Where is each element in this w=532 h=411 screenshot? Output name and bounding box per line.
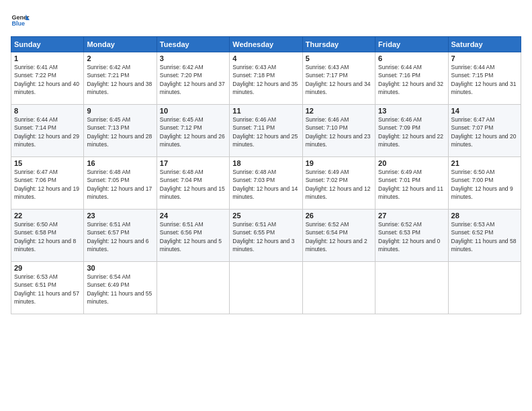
day-number: 22 bbox=[14, 212, 81, 220]
calendar-cell: 14Sunrise: 6:47 AMSunset: 7:07 PMDayligh… bbox=[448, 105, 521, 157]
calendar-cell: 20Sunrise: 6:49 AMSunset: 7:01 PMDayligh… bbox=[375, 157, 448, 210]
day-number: 15 bbox=[14, 159, 81, 167]
calendar-cell: 7Sunrise: 6:44 AMSunset: 7:15 PMDaylight… bbox=[448, 52, 521, 105]
calendar-cell: 4Sunrise: 6:43 AMSunset: 7:18 PMDaylight… bbox=[230, 52, 302, 105]
calendar-cell: 6Sunrise: 6:44 AMSunset: 7:16 PMDaylight… bbox=[375, 52, 448, 105]
day-header-saturday: Saturday bbox=[448, 37, 521, 52]
day-info: Sunrise: 6:47 AMSunset: 7:07 PMDaylight:… bbox=[451, 116, 517, 148]
day-of-week-row: SundayMondayTuesdayWednesdayThursdayFrid… bbox=[11, 37, 521, 52]
calendar-table: SundayMondayTuesdayWednesdayThursdayFrid… bbox=[11, 36, 521, 314]
calendar-body: 1Sunrise: 6:41 AMSunset: 7:22 PMDaylight… bbox=[11, 52, 521, 314]
day-info: Sunrise: 6:49 AMSunset: 7:01 PMDaylight:… bbox=[378, 169, 443, 200]
day-info: Sunrise: 6:48 AMSunset: 7:04 PMDaylight:… bbox=[160, 169, 225, 200]
calendar-cell: 23Sunrise: 6:51 AMSunset: 6:57 PMDayligh… bbox=[84, 210, 157, 262]
day-number: 23 bbox=[87, 212, 153, 220]
day-info: Sunrise: 6:46 AMSunset: 7:11 PMDaylight:… bbox=[232, 116, 298, 148]
day-number: 28 bbox=[451, 212, 518, 220]
day-info: Sunrise: 6:47 AMSunset: 7:06 PMDaylight:… bbox=[14, 169, 79, 200]
calendar-page: General Blue SundayMondayTuesdayWednesda… bbox=[0, 0, 532, 411]
calendar-cell: 2Sunrise: 6:42 AMSunset: 7:21 PMDaylight… bbox=[84, 52, 157, 105]
calendar-cell: 21Sunrise: 6:50 AMSunset: 7:00 PMDayligh… bbox=[448, 157, 521, 210]
day-number: 8 bbox=[14, 107, 81, 115]
calendar-cell: 12Sunrise: 6:46 AMSunset: 7:10 PMDayligh… bbox=[302, 105, 375, 157]
day-info: Sunrise: 6:52 AMSunset: 6:54 PMDaylight:… bbox=[306, 221, 367, 253]
calendar-week-5: 29Sunrise: 6:53 AMSunset: 6:51 PMDayligh… bbox=[11, 262, 521, 314]
day-info: Sunrise: 6:46 AMSunset: 7:09 PMDaylight:… bbox=[378, 116, 443, 148]
calendar-cell: 25Sunrise: 6:51 AMSunset: 6:55 PMDayligh… bbox=[230, 210, 302, 262]
day-number: 30 bbox=[87, 264, 153, 272]
day-number: 24 bbox=[160, 212, 226, 220]
day-number: 17 bbox=[160, 159, 226, 167]
day-number: 21 bbox=[451, 159, 518, 167]
day-info: Sunrise: 6:54 AMSunset: 6:49 PMDaylight:… bbox=[87, 273, 152, 305]
day-number: 4 bbox=[232, 54, 299, 62]
day-number: 19 bbox=[306, 159, 372, 167]
day-number: 10 bbox=[160, 107, 226, 115]
calendar-week-1: 1Sunrise: 6:41 AMSunset: 7:22 PMDaylight… bbox=[11, 52, 521, 105]
calendar-cell: 8Sunrise: 6:44 AMSunset: 7:14 PMDaylight… bbox=[11, 105, 84, 157]
day-header-monday: Monday bbox=[84, 37, 157, 52]
day-info: Sunrise: 6:45 AMSunset: 7:12 PMDaylight:… bbox=[160, 116, 225, 148]
day-number: 5 bbox=[306, 54, 372, 62]
day-info: Sunrise: 6:42 AMSunset: 7:20 PMDaylight:… bbox=[160, 64, 225, 95]
day-number: 16 bbox=[87, 159, 153, 167]
calendar-week-2: 8Sunrise: 6:44 AMSunset: 7:14 PMDaylight… bbox=[11, 105, 521, 157]
day-number: 13 bbox=[378, 107, 445, 115]
day-info: Sunrise: 6:51 AMSunset: 6:55 PMDaylight:… bbox=[232, 221, 294, 253]
day-info: Sunrise: 6:50 AMSunset: 7:00 PMDaylight:… bbox=[451, 169, 513, 200]
calendar-cell bbox=[302, 262, 375, 314]
day-number: 27 bbox=[378, 212, 445, 220]
day-header-wednesday: Wednesday bbox=[230, 37, 302, 52]
day-number: 14 bbox=[451, 107, 518, 115]
day-number: 3 bbox=[160, 54, 226, 62]
day-number: 1 bbox=[14, 54, 81, 62]
day-info: Sunrise: 6:51 AMSunset: 6:56 PMDaylight:… bbox=[160, 221, 222, 253]
day-number: 12 bbox=[306, 107, 372, 115]
calendar-cell bbox=[157, 262, 229, 314]
calendar-cell: 5Sunrise: 6:43 AMSunset: 7:17 PMDaylight… bbox=[302, 52, 375, 105]
calendar-cell: 10Sunrise: 6:45 AMSunset: 7:12 PMDayligh… bbox=[157, 105, 229, 157]
day-number: 29 bbox=[14, 264, 81, 272]
calendar-cell bbox=[448, 262, 521, 314]
calendar-week-4: 22Sunrise: 6:50 AMSunset: 6:58 PMDayligh… bbox=[11, 210, 521, 262]
day-number: 11 bbox=[232, 107, 299, 115]
calendar-cell: 22Sunrise: 6:50 AMSunset: 6:58 PMDayligh… bbox=[11, 210, 84, 262]
calendar-cell: 27Sunrise: 6:52 AMSunset: 6:53 PMDayligh… bbox=[375, 210, 448, 262]
day-info: Sunrise: 6:42 AMSunset: 7:21 PMDaylight:… bbox=[87, 64, 152, 95]
calendar-cell: 9Sunrise: 6:45 AMSunset: 7:13 PMDaylight… bbox=[84, 105, 157, 157]
logo-icon: General Blue bbox=[11, 11, 30, 30]
day-info: Sunrise: 6:53 AMSunset: 6:52 PMDaylight:… bbox=[451, 221, 517, 253]
day-header-sunday: Sunday bbox=[11, 37, 84, 52]
day-info: Sunrise: 6:46 AMSunset: 7:10 PMDaylight:… bbox=[306, 116, 371, 148]
logo: General Blue bbox=[11, 11, 30, 30]
calendar-cell: 13Sunrise: 6:46 AMSunset: 7:09 PMDayligh… bbox=[375, 105, 448, 157]
calendar-cell: 29Sunrise: 6:53 AMSunset: 6:51 PMDayligh… bbox=[11, 262, 84, 314]
day-number: 9 bbox=[87, 107, 153, 115]
day-info: Sunrise: 6:48 AMSunset: 7:03 PMDaylight:… bbox=[232, 169, 298, 200]
svg-text:Blue: Blue bbox=[11, 20, 25, 27]
calendar-cell: 30Sunrise: 6:54 AMSunset: 6:49 PMDayligh… bbox=[84, 262, 157, 314]
day-info: Sunrise: 6:53 AMSunset: 6:51 PMDaylight:… bbox=[14, 273, 79, 305]
calendar-week-3: 15Sunrise: 6:47 AMSunset: 7:06 PMDayligh… bbox=[11, 157, 521, 210]
day-header-friday: Friday bbox=[375, 37, 448, 52]
day-info: Sunrise: 6:48 AMSunset: 7:05 PMDaylight:… bbox=[87, 169, 152, 200]
calendar-cell: 17Sunrise: 6:48 AMSunset: 7:04 PMDayligh… bbox=[157, 157, 229, 210]
day-number: 26 bbox=[306, 212, 372, 220]
day-number: 25 bbox=[232, 212, 299, 220]
day-number: 18 bbox=[232, 159, 299, 167]
day-info: Sunrise: 6:43 AMSunset: 7:17 PMDaylight:… bbox=[306, 64, 371, 95]
header: General Blue bbox=[11, 11, 521, 30]
calendar-cell bbox=[375, 262, 448, 314]
day-number: 6 bbox=[378, 54, 445, 62]
calendar-cell: 26Sunrise: 6:52 AMSunset: 6:54 PMDayligh… bbox=[302, 210, 375, 262]
day-number: 2 bbox=[87, 54, 153, 62]
calendar-cell bbox=[230, 262, 302, 314]
day-info: Sunrise: 6:50 AMSunset: 6:58 PMDaylight:… bbox=[14, 221, 76, 253]
calendar-cell: 19Sunrise: 6:49 AMSunset: 7:02 PMDayligh… bbox=[302, 157, 375, 210]
day-header-thursday: Thursday bbox=[302, 37, 375, 52]
day-info: Sunrise: 6:41 AMSunset: 7:22 PMDaylight:… bbox=[14, 64, 79, 95]
day-info: Sunrise: 6:44 AMSunset: 7:16 PMDaylight:… bbox=[378, 64, 443, 95]
day-info: Sunrise: 6:44 AMSunset: 7:14 PMDaylight:… bbox=[14, 116, 79, 148]
day-number: 20 bbox=[378, 159, 445, 167]
calendar-cell: 18Sunrise: 6:48 AMSunset: 7:03 PMDayligh… bbox=[230, 157, 302, 210]
